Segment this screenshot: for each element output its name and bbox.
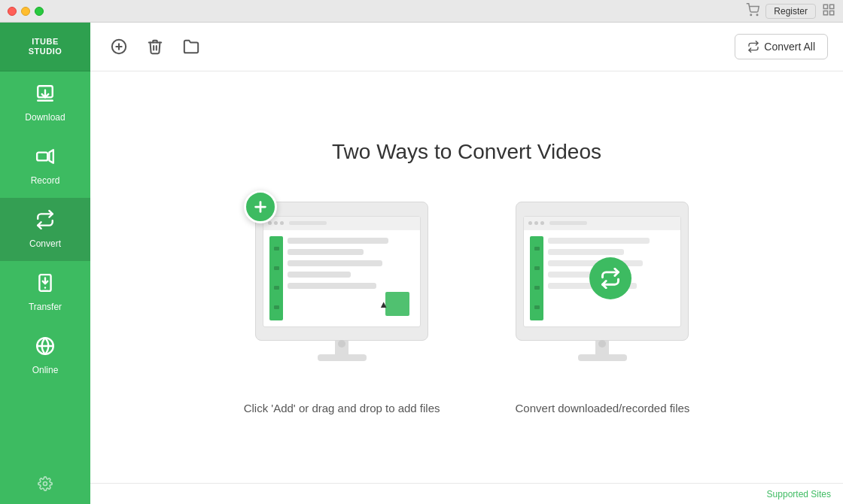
svg-rect-3 — [830, 5, 834, 8]
monitor-illustration-1: ▲ — [255, 202, 428, 361]
convert-circle-icon — [589, 257, 631, 299]
sidebar-item-record[interactable]: Record — [0, 135, 90, 198]
screen-header-1 — [263, 217, 420, 230]
svg-point-0 — [750, 14, 752, 16]
svg-rect-5 — [830, 11, 834, 14]
convert-all-button[interactable]: Convert All — [735, 34, 828, 59]
svg-point-1 — [757, 14, 759, 16]
screen-line — [288, 272, 351, 278]
title-bar-right: Register — [746, 3, 835, 20]
sidebar-item-online[interactable]: Online — [0, 324, 90, 387]
svg-rect-9 — [37, 153, 47, 161]
toolbar: Convert All — [90, 23, 843, 71]
monitor-base-2 — [578, 354, 627, 361]
sidebar-logo: ITUBESTUDIO — [0, 23, 90, 71]
download-icon — [35, 83, 55, 108]
ways-container: ▲ Click 'Add' or d — [244, 202, 690, 414]
main-content: Convert All Two Ways to Convert Videos — [90, 23, 843, 504]
screen-line-2 — [548, 249, 624, 255]
sidebar-item-convert-label: Convert — [29, 238, 61, 249]
monitor-power-1 — [338, 340, 345, 348]
monitor-body-2 — [516, 202, 689, 341]
screen-line — [288, 283, 376, 289]
add-button[interactable] — [105, 33, 132, 60]
film-hole — [534, 247, 540, 250]
screen-dot-2 — [274, 221, 278, 225]
supported-sites-link[interactable]: Supported Sites — [767, 489, 831, 499]
maximize-button[interactable] — [35, 7, 44, 16]
screen-1: ▲ — [263, 216, 421, 327]
screen-dot-6 — [540, 221, 544, 225]
film-strip-2 — [530, 236, 543, 320]
menu-icon[interactable] — [822, 3, 835, 20]
film-hole — [534, 305, 540, 309]
traffic-lights — [8, 7, 44, 16]
online-icon — [35, 336, 55, 360]
register-button[interactable]: Register — [765, 4, 816, 19]
screen-line — [288, 238, 388, 244]
sidebar-item-download[interactable]: Download — [0, 71, 90, 135]
film-hole — [274, 286, 279, 290]
film-hole — [274, 305, 279, 309]
screen-url-bar — [289, 221, 327, 225]
sidebar-item-online-label: Online — [32, 365, 59, 375]
drag-item — [385, 292, 409, 316]
monitor-body-1: ▲ — [255, 202, 428, 341]
sidebar: ITUBESTUDIO Download — [0, 23, 90, 504]
film-strip-1 — [269, 236, 283, 320]
transfer-icon — [35, 273, 55, 297]
content-area: Two Ways to Convert Videos — [90, 71, 843, 483]
screen-header-2 — [524, 217, 680, 230]
sidebar-item-download-label: Download — [25, 112, 65, 123]
monitor-illustration-2 — [516, 202, 689, 361]
sidebar-item-transfer-label: Transfer — [29, 302, 62, 312]
screen-body-2 — [524, 230, 680, 326]
add-circle-icon — [244, 190, 277, 223]
close-button[interactable] — [8, 7, 17, 16]
screen-dot-5 — [534, 221, 538, 225]
svg-point-16 — [44, 482, 47, 486]
monitor-power-2 — [598, 340, 606, 348]
app-container: ITUBESTUDIO Download — [0, 23, 843, 504]
screen-line — [288, 249, 364, 255]
cursor-icon: ▲ — [379, 299, 388, 310]
sidebar-item-convert[interactable]: Convert — [0, 198, 90, 261]
delete-button[interactable] — [142, 33, 169, 60]
page-title: Two Ways to Convert Videos — [332, 140, 601, 164]
film-hole — [274, 247, 279, 250]
footer: Supported Sites — [90, 483, 843, 504]
convert-all-label: Convert All — [764, 41, 815, 53]
film-hole — [274, 266, 279, 270]
way2-description: Convert downloaded/recorded files — [516, 402, 690, 414]
way2-item: Convert downloaded/recorded files — [516, 202, 690, 414]
title-bar: Register — [0, 0, 843, 23]
screen-line — [288, 260, 382, 266]
svg-marker-10 — [49, 150, 53, 162]
film-hole — [534, 266, 540, 270]
sidebar-item-transfer[interactable]: Transfer — [0, 261, 90, 324]
convert-icon — [35, 210, 55, 234]
way1-description: Click 'Add' or drag and drop to add file… — [244, 402, 440, 414]
screen-dot-4 — [528, 221, 532, 225]
screen-url-bar-2 — [549, 221, 587, 225]
way1-item: ▲ Click 'Add' or d — [244, 202, 440, 414]
cart-icon[interactable] — [746, 3, 759, 20]
monitor-base-1 — [318, 354, 367, 361]
screen-2 — [523, 216, 681, 327]
svg-rect-4 — [823, 11, 827, 14]
sidebar-bottom — [0, 467, 90, 504]
minimize-button[interactable] — [21, 7, 30, 16]
svg-rect-2 — [823, 5, 827, 8]
screen-dot-1 — [268, 221, 272, 225]
app-title: ITUBESTUDIO — [29, 37, 62, 56]
screen-line-2 — [548, 238, 649, 244]
folder-button[interactable] — [178, 33, 205, 60]
sidebar-item-record-label: Record — [31, 175, 60, 186]
screen-dot-3 — [280, 221, 284, 225]
record-icon — [35, 147, 55, 171]
film-hole — [534, 286, 540, 290]
settings-icon[interactable] — [38, 476, 53, 495]
